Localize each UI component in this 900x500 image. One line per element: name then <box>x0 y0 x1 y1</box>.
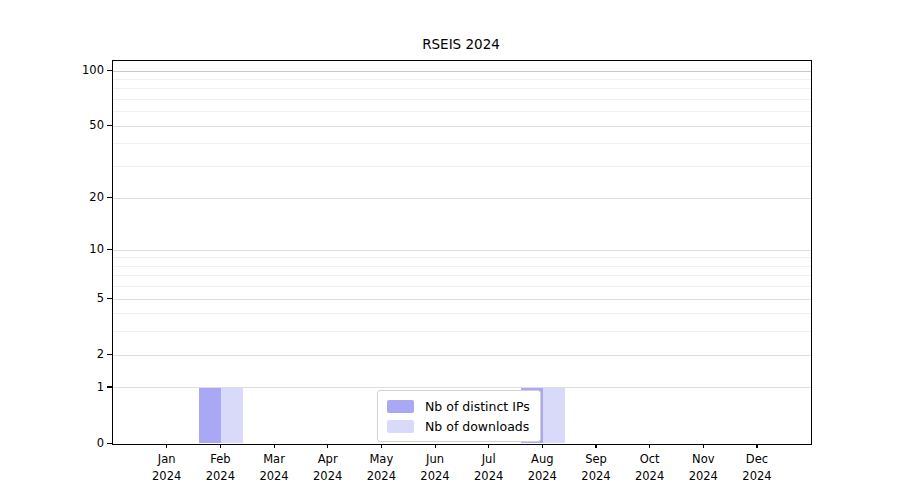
bar-distinct-ips-feb <box>199 388 221 443</box>
x-tick-label-may: May 2024 <box>353 451 409 484</box>
gridline-6 <box>113 286 811 287</box>
y-tick-label-5: 5 <box>30 290 104 306</box>
x-tick-label-nov: Nov 2024 <box>675 451 731 484</box>
gridline-4 <box>113 313 811 314</box>
gridline-50 <box>113 126 811 127</box>
y-tick-1 <box>107 386 112 387</box>
x-tick-feb <box>220 444 221 448</box>
gridline-9 <box>113 257 811 258</box>
bar-downloads-aug <box>543 388 565 443</box>
x-tick-label-jul: Jul 2024 <box>461 451 517 484</box>
gridline-60 <box>113 111 811 112</box>
gridline-90 <box>113 79 811 80</box>
gridline-10 <box>113 250 811 251</box>
y-tick-20 <box>107 197 112 198</box>
gridline-100 <box>113 71 811 72</box>
x-tick-label-dec: Dec 2024 <box>729 451 785 484</box>
x-tick-jan <box>166 444 167 448</box>
x-tick-jul <box>488 444 489 448</box>
gridline-3 <box>113 331 811 332</box>
y-tick-label-2: 2 <box>30 346 104 362</box>
gridline-40 <box>113 143 811 144</box>
y-tick-2 <box>107 354 112 355</box>
y-tick-label-100: 100 <box>30 62 104 78</box>
gridline-5 <box>113 299 811 300</box>
y-tick-5 <box>107 298 112 299</box>
y-tick-label-20: 20 <box>30 189 104 205</box>
x-tick-jun <box>435 444 436 448</box>
legend-label-downloads: Nb of downloads <box>425 419 529 434</box>
x-tick-nov <box>703 444 704 448</box>
gridline-70 <box>113 99 811 100</box>
y-tick-0 <box>107 443 112 444</box>
y-tick-label-1: 1 <box>30 379 104 395</box>
gridline-80 <box>113 88 811 89</box>
gridline-8 <box>113 266 811 267</box>
x-tick-label-aug: Aug 2024 <box>514 451 570 484</box>
legend: Nb of distinct IPs Nb of downloads <box>377 390 541 442</box>
legend-item-downloads: Nb of downloads <box>387 416 530 436</box>
gridline-7 <box>113 275 811 276</box>
legend-item-distinct-ips: Nb of distinct IPs <box>387 396 530 416</box>
chart-title: RSEIS 2024 <box>112 36 810 52</box>
x-tick-oct <box>649 444 650 448</box>
y-tick-label-50: 50 <box>30 117 104 133</box>
x-tick-label-jun: Jun 2024 <box>407 451 463 484</box>
x-tick-aug <box>542 444 543 448</box>
legend-swatch-distinct-ips <box>387 400 414 413</box>
x-tick-mar <box>274 444 275 448</box>
y-tick-label-10: 10 <box>30 241 104 257</box>
legend-label-distinct-ips: Nb of distinct IPs <box>425 399 530 414</box>
x-tick-label-mar: Mar 2024 <box>246 451 302 484</box>
x-tick-label-oct: Oct 2024 <box>622 451 678 484</box>
x-tick-label-jan: Jan 2024 <box>139 451 195 484</box>
x-tick-label-apr: Apr 2024 <box>300 451 356 484</box>
x-tick-dec <box>756 444 757 448</box>
x-tick-may <box>381 444 382 448</box>
y-tick-50 <box>107 125 112 126</box>
x-tick-label-feb: Feb 2024 <box>192 451 248 484</box>
x-tick-apr <box>327 444 328 448</box>
x-tick-label-sep: Sep 2024 <box>568 451 624 484</box>
gridline-20 <box>113 198 811 199</box>
y-tick-label-0: 0 <box>30 435 104 451</box>
figure: RSEIS 2024 0125102050100 Jan 2024Feb 202… <box>0 0 900 500</box>
plot-area <box>112 60 812 445</box>
gridline-30 <box>113 166 811 167</box>
y-tick-10 <box>107 249 112 250</box>
bar-downloads-feb <box>221 388 243 443</box>
y-tick-100 <box>107 70 112 71</box>
x-tick-sep <box>595 444 596 448</box>
gridline-2 <box>113 355 811 356</box>
legend-swatch-downloads <box>387 420 414 433</box>
